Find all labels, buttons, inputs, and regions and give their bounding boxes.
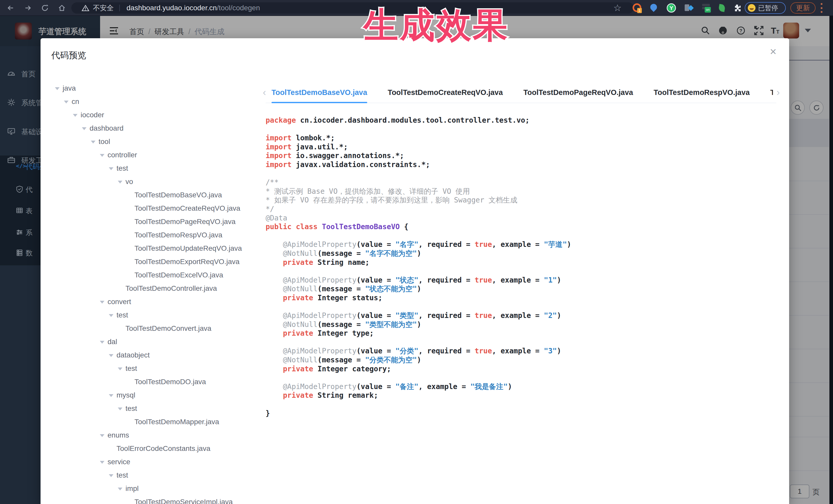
code-line: @Data <box>266 214 779 223</box>
tree-folder-node[interactable]: test <box>55 469 265 482</box>
not-secure-warning-icon[interactable] <box>81 5 89 11</box>
tree-node-label: ToolTestDemoExportReqVO.java <box>135 258 239 266</box>
url-path[interactable]: /tool/codegen <box>217 4 260 12</box>
tree-file-node[interactable]: ToolErrorCodeConstants.java <box>55 442 265 455</box>
reload-icon[interactable] <box>41 4 49 12</box>
tree-folder-node[interactable]: mysql <box>55 388 265 402</box>
tree-file-node[interactable]: ToolTestDemoPageReqVO.java <box>55 215 265 229</box>
code-line: @ApiModelProperty(value = "类型", required… <box>266 311 779 320</box>
annotation-text: 生成效果 <box>334 2 539 49</box>
caret-down-icon[interactable] <box>109 349 117 362</box>
browser-update-button[interactable]: 更新 <box>790 2 815 14</box>
tree-folder-node[interactable]: impl <box>55 482 265 495</box>
caret-down-icon[interactable] <box>118 362 125 376</box>
code-line <box>266 338 779 347</box>
code-line: package cn.iocoder.dashboard.modules.too… <box>266 116 779 125</box>
caret-down-icon[interactable] <box>64 95 72 109</box>
caret-down-icon[interactable] <box>100 456 108 469</box>
extension-squares-icon[interactable] <box>684 3 693 13</box>
tree-folder-node[interactable]: convert <box>55 295 265 309</box>
code-line <box>266 232 779 240</box>
tree-node-label: test <box>125 404 137 412</box>
caret-down-icon[interactable] <box>100 149 108 162</box>
extensions-puzzle-icon[interactable] <box>732 3 742 13</box>
file-tab[interactable]: ToolTestDemoCreateReqVO.java <box>388 85 503 103</box>
tree-folder-node[interactable]: cn <box>55 95 265 108</box>
caret-down-icon[interactable] <box>109 162 117 175</box>
extension-leaf-icon[interactable] <box>717 3 727 13</box>
caret-down-icon[interactable] <box>55 82 63 95</box>
tree-folder-node[interactable]: vo <box>55 175 265 188</box>
caret-down-icon[interactable] <box>118 482 125 496</box>
tree-file-node[interactable]: ToolTestDemoUpdateReqVO.java <box>55 242 265 255</box>
extension-y-icon[interactable]: Y <box>667 3 676 13</box>
caret-down-icon[interactable] <box>109 389 117 402</box>
tree-folder-node[interactable]: enums <box>55 429 265 442</box>
tree-file-node[interactable]: ToolTestDemoServiceImpl.java <box>55 495 265 504</box>
tree-node-label: java <box>63 84 76 92</box>
browser-menu-kebab-icon[interactable] <box>821 3 823 13</box>
code-line: private Integer status; <box>266 293 779 303</box>
tabs-scroll-left-icon[interactable]: ‹ <box>263 88 266 97</box>
tree-folder-node[interactable]: tool <box>55 135 265 148</box>
tabs-scroll-right-icon[interactable]: › <box>777 88 780 97</box>
file-tree: javacniocoderdashboardtoolcontrollertest… <box>55 81 265 504</box>
code-line: import io.swagger.annotations.*; <box>266 151 779 160</box>
file-tab[interactable]: ToolTestDemoPageReqVO.java <box>523 85 633 103</box>
caret-down-icon[interactable] <box>100 336 108 349</box>
tree-file-node[interactable]: ToolTestDemoConvert.java <box>55 322 265 335</box>
caret-down-icon[interactable] <box>91 136 98 149</box>
file-tab[interactable]: ToolTestDemoBaseVO.java <box>271 85 367 103</box>
security-label[interactable]: 不安全 <box>93 3 114 13</box>
extension-tampermonkey-icon[interactable]: on <box>701 3 711 13</box>
extension-proxy-icon[interactable]: 1 <box>633 3 642 13</box>
tree-folder-node[interactable]: test <box>55 362 265 375</box>
caret-down-icon[interactable] <box>100 296 108 309</box>
caret-down-icon[interactable] <box>118 175 125 189</box>
tree-folder-node[interactable]: iocoder <box>55 108 265 122</box>
back-icon[interactable] <box>6 4 15 12</box>
code-line: private Integer category; <box>266 365 779 374</box>
tree-folder-node[interactable]: dataobject <box>55 349 265 362</box>
tree-folder-node[interactable]: controller <box>55 148 265 162</box>
tree-node-label: dataobject <box>117 351 150 359</box>
tree-file-node[interactable]: ToolTestDemoCreateReqVO.java <box>55 202 265 215</box>
tree-folder-node[interactable]: test <box>55 402 265 415</box>
tree-node-label: impl <box>125 484 139 493</box>
tree-folder-node[interactable]: test <box>55 309 265 322</box>
url-host[interactable]: dashboard.yudao.iocoder.cn <box>126 4 217 12</box>
tree-file-node[interactable]: ToolTestDemoMapper.java <box>55 415 265 429</box>
code-preview-dialog: 代码预览 × javacniocoderdashboardtoolcontrol… <box>41 38 789 504</box>
code-line: /** <box>266 178 779 187</box>
close-icon[interactable]: × <box>770 46 777 57</box>
file-tab[interactable]: ToolTestDemoUpdateReqVO.java <box>770 85 773 103</box>
tree-folder-node[interactable]: dashboard <box>55 122 265 135</box>
caret-down-icon[interactable] <box>100 429 108 442</box>
tree-file-node[interactable]: ToolTestDemoBaseVO.java <box>55 188 265 202</box>
caret-down-icon[interactable] <box>73 109 80 122</box>
tree-folder-node[interactable]: service <box>55 455 265 469</box>
file-tab-label: ToolTestDemoBaseVO.java <box>271 88 367 96</box>
tree-file-node[interactable]: ToolTestDemoExportReqVO.java <box>55 255 265 268</box>
caret-down-icon[interactable] <box>109 309 117 322</box>
browser-scrollbar[interactable] <box>829 16 833 504</box>
forward-icon[interactable] <box>24 4 32 12</box>
tree-node-label: test <box>117 311 128 319</box>
file-tab[interactable]: ToolTestDemoRespVO.java <box>653 85 749 103</box>
tree-folder-node[interactable]: java <box>55 81 265 95</box>
dialog-title: 代码预览 <box>51 50 86 61</box>
tree-file-node[interactable]: ToolTestDemoDO.java <box>55 375 265 388</box>
extension-pin-icon[interactable] <box>649 3 659 13</box>
tree-folder-node[interactable]: dal <box>55 335 265 349</box>
tree-file-node[interactable]: ToolTestDemoExcelVO.java <box>55 268 265 282</box>
home-icon[interactable] <box>57 4 66 12</box>
tree-file-node[interactable]: ToolTestDemoController.java <box>55 282 265 295</box>
tree-node-label: mysql <box>117 391 135 399</box>
caret-down-icon[interactable] <box>118 402 125 416</box>
bookmark-star-icon[interactable]: ☆ <box>613 3 622 11</box>
tree-file-node[interactable]: ToolTestDemoRespVO.java <box>55 229 265 242</box>
caret-down-icon[interactable] <box>82 122 90 136</box>
caret-down-icon[interactable] <box>109 469 117 482</box>
profile-paused-pill[interactable]: 已暂停 <box>745 2 786 14</box>
tree-folder-node[interactable]: test <box>55 162 265 175</box>
